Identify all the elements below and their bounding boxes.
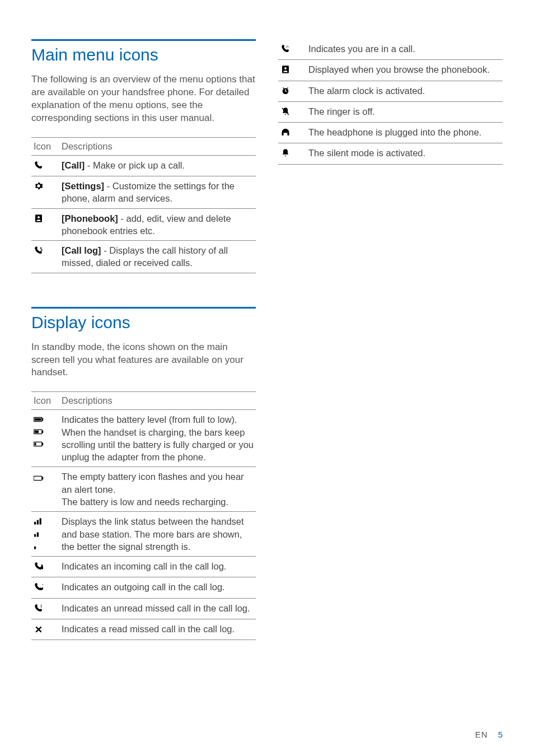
missed-unread-icon: !	[34, 603, 44, 613]
phonebook-icon	[34, 213, 44, 223]
table-row: [Call log] - Displays the call history o…	[31, 241, 256, 273]
row-text: The headphone is plugged into the phone.	[306, 123, 503, 143]
table-row: Indicates the battery level (from full t…	[31, 410, 256, 467]
table-row: The alarm clock is activated.	[278, 81, 503, 101]
right-column: Indicates you are in a call. Displayed w…	[278, 39, 503, 640]
table-row: Indicates an incoming call in the call l…	[31, 557, 256, 577]
row-text: Indicates the battery level (from full t…	[59, 410, 256, 467]
row-label: [Phonebook]	[62, 213, 118, 223]
row-text: The alarm clock is activated.	[306, 81, 503, 101]
svg-rect-18	[37, 533, 39, 537]
in-call-icon	[280, 44, 291, 54]
display-icons-table-left: Icon Descriptions Indicates the battery …	[31, 391, 256, 640]
battery-low-icon	[34, 439, 44, 449]
table-row: Displays the link status between the han…	[31, 512, 256, 557]
ringer-off-icon	[280, 106, 291, 116]
display-icons-title: Display icons	[31, 307, 256, 332]
row-text: Indicates an incoming call in the call l…	[59, 557, 256, 577]
footer-page: 5	[498, 730, 503, 739]
svg-point-21	[289, 157, 290, 157]
row-text: Indicates a read missed call in the call…	[59, 619, 256, 640]
svg-rect-15	[37, 520, 39, 525]
col-desc: Descriptions	[59, 392, 256, 410]
col-icon: Icon	[31, 137, 59, 155]
phonebook-browse-icon	[280, 64, 291, 74]
table-row: Displayed when you browse the phonebook.	[278, 60, 503, 81]
calllog-icon	[34, 245, 44, 255]
row-text: - Make or pick up a call.	[85, 160, 185, 170]
incoming-call-icon	[34, 561, 44, 571]
row-text: Indicates an outgoing call in the call l…	[59, 577, 256, 598]
table-row: The headphone is plugged into the phone.	[278, 123, 503, 143]
main-menu-table: Icon Descriptions [Call] - Make or pick …	[31, 137, 256, 273]
svg-rect-19	[34, 547, 36, 549]
svg-text:!: !	[40, 604, 42, 609]
battery-mid-icon	[34, 427, 44, 437]
main-menu-title: Main menu icons	[31, 39, 256, 64]
row-label: [Call log]	[62, 245, 101, 255]
signal-2-icon	[34, 529, 44, 539]
page-footer: EN 5	[475, 730, 503, 739]
row-text: The empty battery icon flashes and you h…	[59, 467, 256, 512]
row-text: Indicates an unread missed call in the c…	[59, 598, 256, 619]
row-label: [Settings]	[62, 181, 104, 191]
row-text: The ringer is off.	[306, 101, 503, 122]
main-menu-intro: The following is an overview of the menu…	[31, 73, 256, 125]
signal-3-icon	[34, 516, 44, 526]
svg-rect-16	[40, 519, 41, 525]
table-row: [Phonebook] - add, edit, view and delete…	[31, 208, 256, 241]
table-row: The silent mode is activated.	[278, 143, 503, 164]
col-icon: Icon	[31, 392, 59, 410]
table-row: Indicates an outgoing call in the call l…	[31, 577, 256, 598]
outgoing-call-icon	[34, 582, 44, 592]
row-label: [Call]	[62, 160, 85, 170]
silent-mode-icon	[280, 148, 291, 158]
table-row: Indicates you are in a call.	[278, 39, 503, 60]
call-icon	[34, 160, 44, 170]
headphone-icon	[280, 127, 291, 137]
signal-1-icon	[34, 541, 44, 551]
svg-rect-13	[35, 443, 36, 446]
svg-rect-14	[34, 522, 36, 525]
table-row: [Call] - Make or pick up a call.	[31, 155, 256, 176]
svg-rect-11	[35, 418, 41, 421]
svg-rect-17	[34, 534, 36, 537]
battery-empty-icon	[34, 473, 44, 483]
table-row: Indicates a read missed call in the call…	[31, 619, 256, 640]
row-text: Displayed when you browse the phonebook.	[306, 60, 503, 81]
footer-lang: EN	[475, 730, 488, 739]
row-text: Indicates you are in a call.	[306, 39, 503, 60]
missed-read-icon	[34, 624, 44, 634]
row-text: Displays the link status between the han…	[59, 512, 256, 557]
alarm-icon	[280, 86, 291, 96]
row-text: The silent mode is activated.	[306, 143, 503, 164]
settings-icon	[34, 181, 44, 191]
table-row: The empty battery icon flashes and you h…	[31, 467, 256, 512]
display-icons-intro: In standby mode, the icons shown on the …	[31, 341, 256, 380]
battery-full-icon	[34, 414, 44, 424]
table-row: The ringer is off.	[278, 101, 503, 122]
table-row: [Settings] - Customize the settings for …	[31, 176, 256, 209]
table-row: ! Indicates an unread missed call in the…	[31, 598, 256, 619]
col-desc: Descriptions	[59, 137, 256, 155]
left-column: Main menu icons The following is an over…	[31, 39, 256, 640]
display-icons-table-right: Indicates you are in a call. Displayed w…	[278, 39, 503, 165]
svg-rect-12	[35, 431, 39, 433]
